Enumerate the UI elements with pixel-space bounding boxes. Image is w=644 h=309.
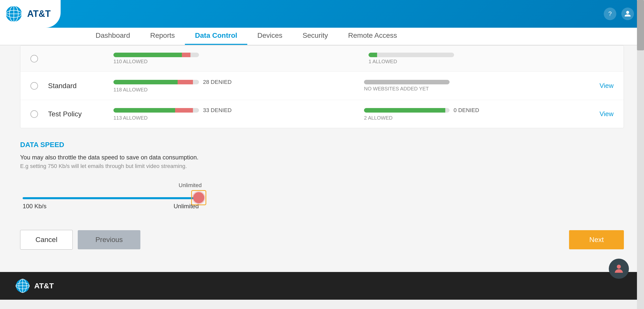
standard-allowed-label: 118 ALLOWED: [113, 87, 339, 93]
radio-test-policy[interactable]: [30, 110, 38, 118]
policy-name-test: Test Policy: [48, 110, 103, 118]
policy-table: 110 ALLOWED 1 ALLOWED Standard: [20, 45, 624, 128]
standard-left-bar: 28 DENIED 118 ALLOWED: [113, 79, 339, 93]
nav-bar: Dashboard Reports Data Control Devices S…: [0, 28, 644, 45]
radio-standard[interactable]: [30, 82, 38, 90]
user-button[interactable]: [621, 8, 634, 20]
scrollbar-thumb[interactable]: [637, 0, 644, 50]
header: AT&T ?: [0, 0, 644, 28]
standard-no-websites-label: NO WEBSITES ADDED YET: [364, 86, 589, 92]
nav-item-dashboard[interactable]: Dashboard: [86, 27, 140, 45]
test-allowed-label: 113 ALLOWED: [113, 115, 339, 121]
nav-item-remote-access[interactable]: Remote Access: [338, 27, 407, 45]
test-right-denied-label: 0 DENIED: [454, 107, 479, 114]
nav-item-devices[interactable]: Devices: [247, 27, 293, 45]
nav-item-reports[interactable]: Reports: [140, 27, 185, 45]
chat-avatar-icon: [613, 263, 625, 275]
radio-top[interactable]: [30, 55, 38, 62]
slider-thumb[interactable]: [193, 192, 204, 203]
logo-area: AT&T: [0, 0, 61, 28]
user-icon: [624, 10, 631, 17]
table-row-test-policy: Test Policy 33 DENIED 113 ALLOWED 0 DENI…: [20, 100, 624, 128]
test-view-link[interactable]: View: [599, 110, 614, 118]
chat-bubble[interactable]: [609, 259, 629, 279]
table-row-standard: Standard 28 DENIED 118 ALLOWED NO: [20, 72, 624, 100]
top-bar-section: 110 ALLOWED: [113, 53, 358, 64]
svg-point-10: [617, 265, 621, 269]
slider-track: [23, 197, 199, 199]
data-speed-description: You may also throttle the data speed to …: [20, 154, 624, 161]
standard-denied-label: 28 DENIED: [203, 79, 232, 85]
top-row-partial: 110 ALLOWED 1 ALLOWED: [20, 46, 624, 72]
top-right-bar-section: 1 ALLOWED: [369, 53, 614, 64]
footer: AT&T: [0, 272, 644, 300]
slider-tooltip: Unlimited: [179, 182, 202, 189]
next-button[interactable]: Next: [569, 230, 624, 249]
standard-view-link[interactable]: View: [599, 82, 614, 90]
cancel-button[interactable]: Cancel: [20, 230, 73, 250]
test-denied-label: 33 DENIED: [203, 107, 232, 114]
test-left-bar: 33 DENIED 113 ALLOWED: [113, 107, 339, 121]
standard-right-bar: NO WEBSITES ADDED YET: [364, 80, 589, 92]
slider-labels: 100 Kb/s Unlimited: [23, 203, 199, 210]
header-icons: ?: [604, 8, 634, 20]
scrollbar-track: [637, 0, 644, 309]
main-content: 110 ALLOWED 1 ALLOWED Standard: [0, 45, 644, 272]
buttons-row: Cancel Previous Next: [20, 230, 624, 250]
att-globe-icon: [5, 5, 23, 23]
previous-button[interactable]: Previous: [78, 230, 140, 249]
help-button[interactable]: ?: [604, 8, 616, 20]
test-right-bar: 0 DENIED 2 ALLOWED: [364, 107, 589, 121]
data-speed-sub-description: E.g setting 750 Kb/s will let emails thr…: [20, 163, 624, 169]
nav-item-data-control[interactable]: Data Control: [185, 27, 247, 45]
slider-left-label: 100 Kb/s: [23, 203, 47, 210]
test-right-allowed-label: 2 ALLOWED: [364, 115, 589, 121]
policy-name-standard: Standard: [48, 82, 103, 90]
footer-logo: AT&T: [15, 278, 54, 293]
nav-item-security[interactable]: Security: [293, 27, 338, 45]
brand-name: AT&T: [27, 9, 51, 19]
footer-globe-icon: [15, 278, 30, 293]
data-speed-slider-container: Unlimited 100 Kb/s Unlimited: [20, 185, 624, 210]
slider-thumb-highlight: [191, 190, 206, 205]
footer-brand-name: AT&T: [34, 282, 54, 290]
top-right-label: 1 ALLOWED: [369, 59, 614, 64]
top-allowed-label: 110 ALLOWED: [113, 59, 358, 64]
data-speed-title: DATA SPEED: [20, 141, 624, 149]
